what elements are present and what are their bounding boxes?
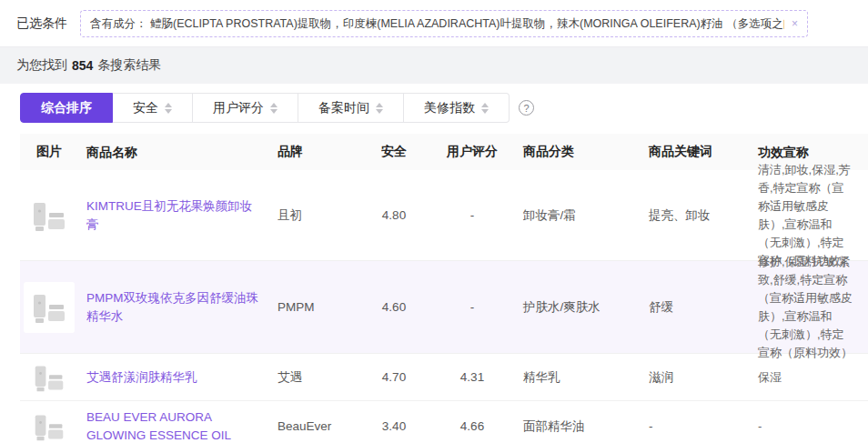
keywords-cell: - xyxy=(634,419,751,433)
sort-tab-composite[interactable]: 综合排序 xyxy=(20,93,113,123)
col-header-keywords: 商品关键词 xyxy=(634,144,751,160)
table-row: BEAU EVER AURORA GLOWING ESSENCE OIL Bea… xyxy=(20,401,868,443)
product-image[interactable] xyxy=(24,407,75,443)
results-count: 854 xyxy=(72,58,93,73)
sort-carets-icon xyxy=(481,103,489,114)
col-header-brand: 品牌 xyxy=(269,144,359,160)
sort-tab-user-rating[interactable]: 用户评分 xyxy=(193,93,298,123)
sort-toolbar: 综合排序 安全 用户评分 备案时间 美修指数 ? xyxy=(20,93,868,123)
keywords-cell: 滋润 xyxy=(634,369,751,386)
category-cell: 护肤水/爽肤水 xyxy=(516,299,634,316)
sort-tab-meixiu-index[interactable]: 美修指数 xyxy=(404,93,510,123)
product-image[interactable] xyxy=(24,282,75,333)
sort-carets-icon xyxy=(270,103,278,114)
col-header-category: 商品分类 xyxy=(516,144,634,160)
category-cell: 面部精华油 xyxy=(516,418,634,435)
table-header-row: 图片 商品名称 品牌 安全 用户评分 商品分类 商品关键词 功效宣称 xyxy=(20,134,868,170)
col-header-safety: 安全 xyxy=(359,144,429,160)
safety-score-cell: 4.80 xyxy=(359,208,429,222)
table-row: 艾遇舒漾润肤精华乳 艾遇 4.70 4.31 精华乳 滋润 保湿 xyxy=(20,354,868,401)
sort-tab-label: 安全 xyxy=(133,100,158,116)
filter-label: 已选条件 xyxy=(16,15,67,32)
brand-cell: BeauEver xyxy=(269,419,359,433)
ingredient-filter-tag: 含有成分： 鳢肠(ECLIPTA PROSTRATA)提取物，印度楝(MELIA… xyxy=(80,10,808,37)
table-row: KIMTRUE且初无花果焕颜卸妆膏 且初 4.80 - 卸妆膏/霜 提亮、卸妆 … xyxy=(20,170,868,261)
sort-tab-label: 综合排序 xyxy=(41,100,92,116)
category-cell: 精华乳 xyxy=(516,369,634,386)
sort-tab-filing-date[interactable]: 备案时间 xyxy=(298,93,404,123)
product-name-link[interactable]: BEAU EVER AURORA GLOWING ESSENCE OIL xyxy=(86,410,231,442)
selected-filters-bar: 已选条件 含有成分： 鳢肠(ECLIPTA PROSTRATA)提取物，印度楝(… xyxy=(0,0,868,47)
user-rating-cell: 4.66 xyxy=(429,419,516,433)
sort-tab-group: 综合排序 安全 用户评分 备案时间 美修指数 xyxy=(20,93,510,123)
results-count-bar: 为您找到 854 条搜索结果 xyxy=(0,47,868,84)
user-rating-cell: 4.31 xyxy=(429,370,516,384)
brand-cell: 且初 xyxy=(269,207,359,224)
results-panel: 综合排序 安全 用户评分 备案时间 美修指数 ? 图片 商品名称 xyxy=(0,84,868,443)
efficacy-cell: - xyxy=(751,410,868,443)
safety-score-cell: 4.60 xyxy=(359,300,429,314)
col-header-rating: 用户评分 xyxy=(429,144,516,160)
product-image[interactable] xyxy=(24,357,75,398)
user-rating-cell: - xyxy=(429,208,516,222)
brand-cell: PMPM xyxy=(269,300,359,314)
product-image[interactable] xyxy=(24,190,75,241)
brand-cell: 艾遇 xyxy=(269,369,359,386)
efficacy-cell: 修护,保湿,抗皱,紧致,舒缓,特定宣称（宣称适用敏感皮肤）,宣称温和（无刺激）,… xyxy=(751,246,868,369)
sort-tab-label: 美修指数 xyxy=(424,100,475,116)
safety-score-cell: 4.70 xyxy=(359,370,429,384)
cosmetics-placeholder-icon xyxy=(29,197,69,234)
sort-tab-label: 备案时间 xyxy=(318,100,369,116)
cosmetics-placeholder-icon xyxy=(29,289,69,326)
help-icon[interactable]: ? xyxy=(519,100,534,116)
sort-tab-label: 用户评分 xyxy=(213,100,264,116)
filter-tag-text: 含有成分： 鳢肠(ECLIPTA PROSTRATA)提取物，印度楝(MELIA… xyxy=(90,16,784,31)
user-rating-cell: - xyxy=(429,300,516,314)
results-suffix: 条搜索结果 xyxy=(97,57,161,74)
product-name-link[interactable]: PMPM双玫瑰依克多因舒缓油珠精华水 xyxy=(86,291,258,323)
product-name-link[interactable]: KIMTRUE且初无花果焕颜卸妆膏 xyxy=(86,199,252,231)
product-name-link[interactable]: 艾遇舒漾润肤精华乳 xyxy=(86,370,197,384)
cosmetics-placeholder-icon xyxy=(31,361,67,394)
table-row: PMPM双玫瑰依克多因舒缓油珠精华水 PMPM 4.60 - 护肤水/爽肤水 舒… xyxy=(20,261,868,354)
close-icon[interactable]: × xyxy=(792,18,798,29)
safety-score-cell: 3.40 xyxy=(359,419,429,433)
keywords-cell: 提亮、卸妆 xyxy=(634,207,751,224)
category-cell: 卸妆膏/霜 xyxy=(516,207,634,224)
products-table: 图片 商品名称 品牌 安全 用户评分 商品分类 商品关键词 功效宣称 KIMTR… xyxy=(20,134,868,443)
efficacy-cell: 保湿 xyxy=(751,361,868,394)
col-header-image: 图片 xyxy=(20,144,78,160)
cosmetics-placeholder-icon xyxy=(31,410,67,443)
results-prefix: 为您找到 xyxy=(16,57,67,74)
sort-tab-safety[interactable]: 安全 xyxy=(113,93,193,123)
sort-carets-icon xyxy=(376,103,383,114)
keywords-cell: 舒缓 xyxy=(634,299,751,316)
sort-carets-icon xyxy=(165,103,172,114)
col-header-name: 商品名称 xyxy=(78,143,269,161)
